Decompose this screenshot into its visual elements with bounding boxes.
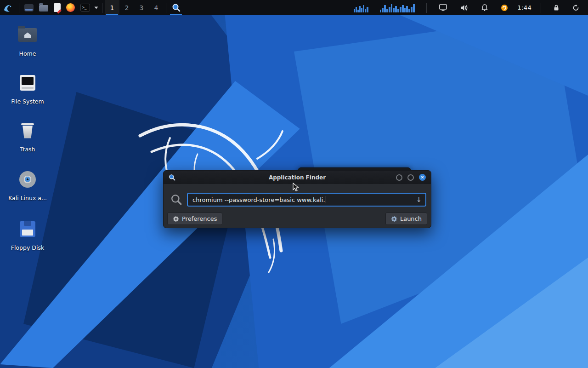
terminal-launcher-menu[interactable] (93, 0, 100, 15)
network-graph[interactable] (380, 3, 415, 12)
display-icon (439, 4, 447, 12)
panel-separator (19, 3, 19, 13)
desktop-icon-label: Trash (20, 146, 35, 153)
terminal-icon: >_ (80, 4, 90, 12)
trash-icon (21, 123, 34, 138)
top-panel: >_ 1 2 3 4 (0, 0, 588, 15)
screen-lock-item[interactable] (550, 0, 562, 15)
file-manager-icon (24, 4, 34, 12)
notifications-item[interactable] (478, 0, 491, 15)
button-row: Preferences Launch (167, 213, 427, 225)
firefox-icon (66, 3, 75, 12)
close-button[interactable]: × (419, 174, 426, 181)
desktop-icon-file-system[interactable]: File System (7, 74, 48, 105)
floppy-disk-icon (20, 221, 35, 237)
preferences-button[interactable]: Preferences (167, 213, 222, 225)
text-editor-icon (54, 3, 61, 12)
drive-icon (20, 75, 35, 91)
workspace-3[interactable]: 3 (134, 0, 149, 15)
application-finder-icon (169, 174, 175, 181)
workspace-4[interactable]: 4 (149, 0, 164, 15)
session-menu-item[interactable] (569, 0, 582, 15)
terminal-launcher[interactable]: >_ (78, 0, 93, 15)
desktop-icon-kali-cd[interactable]: Kali Linux a... (7, 170, 48, 201)
search-icon (170, 194, 182, 206)
application-finder-icon (172, 3, 181, 12)
search-row: chromium --password-store=basic www.kali… (168, 193, 426, 207)
volume-item[interactable] (457, 0, 471, 15)
minimize-button[interactable] (396, 174, 402, 181)
search-input-text: chromium --password-store=basic www.kali… (192, 196, 325, 203)
kali-menu-icon (3, 3, 14, 13)
desktop-icon-trash[interactable]: Trash (7, 121, 48, 153)
workspace-1[interactable]: 1 (105, 0, 119, 15)
search-input[interactable]: chromium --password-store=basic www.kali… (187, 193, 426, 207)
folder-icon (39, 5, 48, 12)
panel-separator (541, 3, 541, 13)
bell-icon (481, 4, 488, 12)
gear-icon (173, 216, 179, 222)
applications-menu-button[interactable] (0, 0, 17, 15)
desktop-icon-floppy[interactable]: Floppy Disk (7, 220, 48, 251)
desktop-icon-home[interactable]: Home (7, 26, 48, 57)
lock-icon (553, 4, 560, 12)
panel-separator (426, 3, 427, 13)
chevron-down-icon (94, 6, 98, 9)
application-finder-window: Application Finder × chromium --password… (163, 170, 431, 228)
optical-disc-icon (19, 171, 36, 188)
file-manager-launcher[interactable] (22, 0, 36, 15)
desktop-icon-label: Floppy Disk (11, 244, 44, 251)
desktop-icon-label: Kali Linux a... (8, 195, 47, 201)
launch-button[interactable]: Launch (385, 213, 427, 225)
panel-separator (166, 3, 166, 13)
desktop-icon-label: File System (11, 98, 44, 105)
window-title: Application Finder (164, 174, 431, 181)
panel-separator (102, 3, 102, 13)
executable-gear-icon (391, 216, 397, 222)
update-indicator-icon (501, 4, 508, 12)
launch-button-label: Launch (400, 215, 422, 222)
text-editor-launcher[interactable] (51, 0, 63, 15)
desktop-icon-label: Home (19, 50, 36, 57)
folder-launcher[interactable] (36, 0, 51, 15)
taskbar-application-finder[interactable] (169, 0, 183, 15)
text-caret (326, 196, 326, 203)
speaker-icon (460, 4, 469, 12)
workspace-2[interactable]: 2 (119, 0, 134, 15)
preferences-button-label: Preferences (182, 215, 217, 222)
display-settings-item[interactable] (436, 0, 450, 15)
logout-icon (572, 4, 580, 12)
clock[interactable]: 1:44 (518, 4, 531, 11)
dropdown-arrow-icon[interactable]: ↓ (416, 196, 422, 203)
cpu-graph[interactable] (354, 3, 368, 12)
updates-indicator[interactable] (498, 0, 511, 15)
desktop: >_ 1 2 3 4 (0, 0, 588, 368)
home-folder-icon (18, 28, 37, 42)
maximize-button[interactable] (407, 174, 414, 181)
titlebar[interactable]: Application Finder × (164, 171, 431, 184)
workspace-switcher: 1 2 3 4 (105, 0, 164, 15)
firefox-launcher[interactable] (63, 0, 78, 15)
